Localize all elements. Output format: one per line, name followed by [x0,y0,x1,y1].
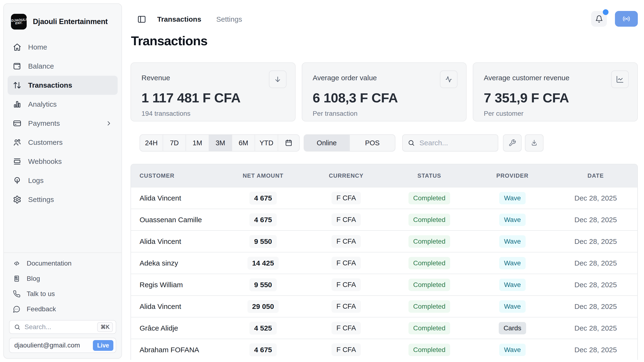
sidebar-nav: Home Balance Transactions Analytics Paym… [8,38,118,209]
amount-badge: 14 425 [248,257,279,270]
channel-toggle: Online POS [304,134,395,152]
message-dots-icon [13,305,20,313]
news-icon [13,275,20,282]
amount-badge: 4 675 [249,344,277,356]
date-range-selector: 24H 7D 1M 3M 6M YTD [140,134,300,152]
panel-left-icon [137,15,146,24]
amount-badge: 9 550 [249,235,277,248]
channel-online[interactable]: Online [304,135,350,151]
notifications-button[interactable] [591,11,607,27]
currency-badge: F CFA [332,278,360,291]
cell-customer: Abraham FOFANA [131,346,222,354]
tab-transactions[interactable]: Transactions [157,15,201,23]
column-header-customer[interactable]: CUSTOMER [131,172,222,179]
stat-icon-button[interactable] [611,70,629,88]
amount-badge: 4 675 [249,214,277,226]
cell-date: Dec 28, 2025 [554,324,637,332]
table-row[interactable]: Regis William 9 550 F CFA Completed Wave… [131,274,637,295]
sidebar-item-webhooks[interactable]: Webhooks [8,152,118,171]
cell-customer: Ouassenan Camille [131,216,222,224]
status-badge: Completed [408,235,450,248]
rows-icon [13,157,22,166]
table-row[interactable]: Abraham FOFANA 4 675 F CFA Completed Wav… [131,339,637,360]
table-row[interactable]: Grâce Alidje 4 525 F CFA Completed Cards… [131,317,637,339]
cell-date: Dec 28, 2025 [554,216,637,224]
cell-date: Dec 28, 2025 [554,346,637,354]
account-card[interactable]: djaoulient@gmail.com Live [9,338,116,353]
calendar-icon [285,139,292,147]
column-header-provider[interactable]: PROVIDER [471,172,554,179]
sidebar-search-input[interactable] [24,323,93,331]
live-mode-button[interactable] [615,11,638,27]
channel-pos[interactable]: POS [350,135,395,151]
sidebar-item-logs[interactable]: Logs [8,171,118,190]
column-header-status[interactable]: STATUS [388,172,471,179]
notification-dot [603,9,608,15]
currency-badge: F CFA [332,214,360,226]
sidebar-item-payments[interactable]: Payments [8,114,118,133]
range-24h[interactable]: 24H [140,135,163,151]
arrows-up-down-icon [13,81,22,90]
tab-settings[interactable]: Settings [216,15,242,23]
column-header-net-amount[interactable]: NET AMOUNT [222,172,304,179]
range-3m[interactable]: 3M [209,135,232,151]
status-badge: Completed [408,214,450,226]
sidebar-item-talk-to-us[interactable]: Talk to us [8,286,118,302]
table-search-input[interactable] [420,139,493,147]
column-header-currency[interactable]: CURRENCY [304,172,388,179]
sidebar-item-home[interactable]: Home [8,38,118,57]
stat-value: 7 351,9 F CFA [484,90,627,106]
chart-line-icon [616,75,624,83]
provider-badge: Wave [499,279,526,291]
sidebar-toggle-button[interactable] [137,14,147,24]
stat-subtext: Per transaction [313,110,456,118]
download-icon [530,139,538,147]
cell-date: Dec 28, 2025 [554,259,637,267]
stat-icon-button[interactable] [269,70,286,88]
range-1m[interactable]: 1M [186,135,209,151]
cell-customer: Alida Vincent [131,302,222,310]
stat-subtext: Per customer [484,110,627,118]
sidebar-item-balance[interactable]: Balance [8,57,118,76]
wrench-icon [508,139,516,147]
currency-badge: F CFA [332,257,360,269]
code-icon [13,260,20,267]
amount-badge: 4 525 [249,322,277,334]
export-button[interactable] [525,134,544,152]
antenna-icon [13,176,22,185]
sidebar-item-analytics[interactable]: Analytics [8,95,118,114]
amount-badge: 29 050 [248,300,279,313]
table-search[interactable] [402,134,498,152]
sidebar-footer: Documentation Blog Talk to us Feedback ⌘… [8,253,118,358]
table-row[interactable]: Alida Vincent 9 550 F CFA Completed Wave… [131,230,637,252]
range-ytd[interactable]: YTD [255,135,278,151]
column-header-date[interactable]: DATE [554,172,637,179]
broadcast-icon [622,14,631,23]
provider-badge: Wave [499,257,526,269]
sidebar-item-feedback[interactable]: Feedback [8,302,118,317]
search-icon [14,324,21,330]
table-row[interactable]: Alida Vincent 4 675 F CFA Completed Wave… [131,187,637,209]
sidebar-search[interactable]: ⌘K [9,320,116,334]
range-6m[interactable]: 6M [232,135,255,151]
sidebar-item-documentation[interactable]: Documentation [8,256,118,271]
stat-label: Average customer revenue [484,74,627,82]
table-row[interactable]: Ouassenan Camille 4 675 F CFA Completed … [131,209,637,230]
tools-button[interactable] [503,134,522,152]
table-row[interactable]: Alida Vincent 29 050 F CFA Completed Wav… [131,295,637,317]
page-title: Transactions [131,33,208,48]
range-7d[interactable]: 7D [163,135,186,151]
stat-subtext: 194 transactions [142,110,284,118]
calendar-button[interactable] [278,135,299,151]
stat-icon-button[interactable] [440,70,458,88]
sidebar-item-blog[interactable]: Blog [8,271,118,286]
cell-customer: Regis William [131,281,222,289]
table-row[interactable]: Adeka sinzy 14 425 F CFA Completed Wave … [131,252,637,274]
currency-badge: F CFA [332,192,360,204]
cell-date: Dec 28, 2025 [554,302,637,310]
activity-icon [445,75,453,83]
sidebar-item-settings[interactable]: Settings [8,190,118,209]
sidebar-item-customers[interactable]: Customers [8,133,118,152]
live-badge: Live [93,340,113,351]
sidebar-item-transactions[interactable]: Transactions [8,76,118,95]
